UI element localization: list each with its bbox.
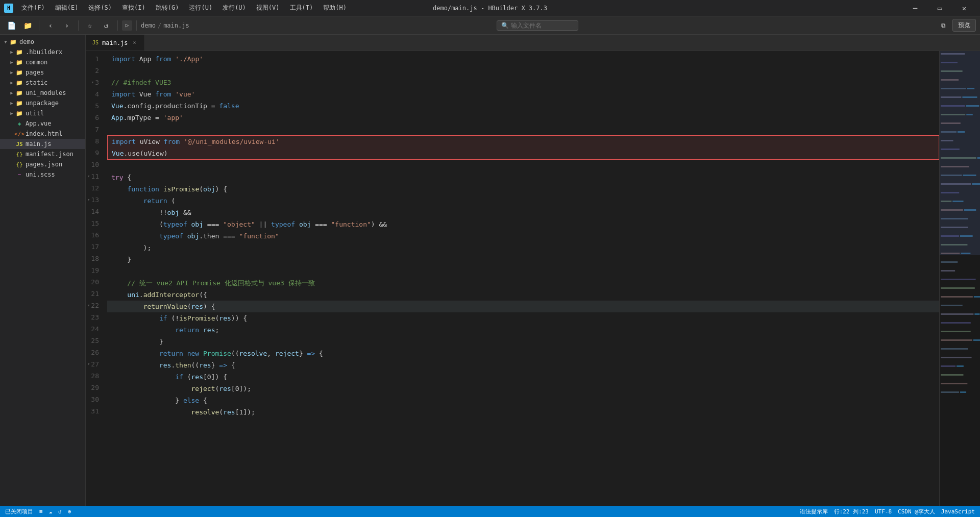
menu-item[interactable]: 编辑(E) (50, 2, 84, 14)
sidebar: ▼ 📁 demo ▶📁.hbuilderx▶📁common▶📁pages▶📁st… (0, 35, 86, 506)
line-number-16: 16 (86, 229, 103, 241)
statusbar-refresh-icon[interactable]: ↺ (58, 508, 62, 515)
line-number-24: 24 (86, 323, 103, 335)
minimap[interactable] (939, 51, 980, 506)
breadcrumb-mainjs[interactable]: main.js (163, 22, 189, 29)
file-icon: 📁 (15, 109, 23, 117)
forward-button[interactable]: › (60, 18, 74, 33)
sidebar-item-indexhtml[interactable]: </>index.html (0, 129, 85, 139)
code-line-6: App.mpType = 'app' (107, 112, 939, 124)
line-number-10: 10 (86, 159, 103, 170)
sidebar-item-label: static (26, 79, 47, 86)
sidebar-item-uni_modules[interactable]: ▶📁uni_modules (0, 88, 85, 98)
run-button[interactable]: ▷ (122, 20, 132, 31)
editor-content[interactable]: 12▾345678910▾1112▾131415161718192021▾222… (86, 51, 980, 506)
refresh-button[interactable]: ↺ (99, 18, 113, 33)
line-number-12: 12 (86, 182, 103, 194)
sidebar-item-label: uni.scss (26, 171, 55, 178)
statusbar-cloud-icon[interactable]: ☁ (49, 508, 53, 515)
statusbar-menu-icon[interactable]: ≡ (39, 508, 43, 515)
line-number-9: 9 (86, 147, 103, 159)
encoding-label: UTF-8 (875, 508, 892, 515)
sidebar-item-uniscss[interactable]: ~uni.scss (0, 169, 85, 180)
toolbar-separator-2 (78, 20, 79, 31)
sidebar-item-label: App.vue (26, 120, 52, 127)
file-search-box[interactable]: 🔍 (497, 20, 578, 31)
minimap-canvas (940, 51, 980, 506)
filter-button[interactable]: ⧉ (936, 18, 950, 33)
line-number-27: ▾27 (86, 358, 103, 370)
sidebar-item-unpackage[interactable]: ▶📁unpackage (0, 98, 85, 108)
line-number-18: 18 (86, 253, 103, 264)
line-number-19: 19 (86, 264, 103, 276)
code-line-29: reject(res[0]); (107, 383, 939, 395)
line-number-25: 25 (86, 335, 103, 347)
code-line-19 (107, 265, 939, 277)
sidebar-item-mainjs[interactable]: JSmain.js (0, 139, 85, 149)
menu-item[interactable]: 运行(U) (184, 2, 217, 14)
code-line-13: return ( (107, 195, 939, 207)
js-file-icon: JS (92, 39, 99, 46)
menu-item[interactable]: 跳转(G) (151, 2, 184, 14)
highlight-box: import uView from '@/uni_modules/uview-u… (107, 135, 939, 160)
menu-item[interactable]: 发行(U) (217, 2, 251, 14)
line-number-11: ▾11 (86, 170, 103, 182)
line-number-3: ▾3 (86, 77, 103, 88)
sidebar-item-manifestjson[interactable]: {}manifest.json (0, 149, 85, 159)
line-number-28: 28 (86, 370, 103, 382)
line-number-31: 31 (86, 405, 103, 417)
new-file-button[interactable]: 📄 (4, 18, 18, 33)
code-line-31: resolve(res[1]); (107, 406, 939, 418)
sidebar-item-common[interactable]: ▶📁common (0, 57, 85, 67)
project-status[interactable]: 已关闭项目 (5, 508, 33, 515)
close-button[interactable]: ✕ (952, 0, 976, 16)
menu-item[interactable]: 视图(V) (251, 2, 285, 14)
file-icon: {} (15, 160, 23, 168)
statusbar-syntax[interactable]: 语法提示库 (800, 508, 828, 515)
statusbar-blog[interactable]: CSDN @李大人 (898, 508, 935, 515)
sidebar-item-static[interactable]: ▶📁static (0, 78, 85, 88)
menu-item[interactable]: 帮助(H) (318, 2, 352, 14)
line-number-4: 4 (86, 88, 103, 100)
breadcrumb-demo[interactable]: demo (141, 22, 156, 29)
tab-mainjs[interactable]: JS main.js × (86, 35, 145, 51)
sidebar-item-pagesjson[interactable]: {}pages.json (0, 159, 85, 169)
sidebar-item-pages[interactable]: ▶📁pages (0, 67, 85, 78)
menu-item[interactable]: 选择(S) (83, 2, 117, 14)
statusbar-add-icon[interactable]: ⊕ (68, 508, 71, 515)
statusbar-position[interactable]: 行:22 列:23 (834, 508, 869, 515)
preview-button[interactable]: 预览 (952, 19, 976, 32)
maximize-button[interactable]: ▭ (928, 0, 951, 16)
sidebar-item-label: common (26, 59, 47, 66)
code-line-18: } (107, 254, 939, 265)
sidebar-item-hbuilderx[interactable]: ▶📁.hbuilderx (0, 47, 85, 57)
line-number-22: ▾22 (86, 300, 103, 311)
minimize-button[interactable]: ─ (903, 0, 927, 16)
statusbar-format[interactable]: JavaScript (941, 508, 975, 515)
sidebar-item-label: pages.json (26, 161, 62, 168)
sidebar-item-utitl[interactable]: ▶📁utitl (0, 108, 85, 118)
sidebar-item-demo-root[interactable]: ▼ 📁 demo (0, 37, 85, 47)
sidebar-item-Appvue[interactable]: ◈App.vue (0, 118, 85, 129)
code-line-15: (typeof obj === "object" || typeof obj =… (107, 218, 939, 230)
code-line-17: ); (107, 242, 939, 254)
search-input[interactable] (511, 22, 572, 29)
menu-item[interactable]: 工具(T) (285, 2, 318, 14)
toolbar-separator-4 (136, 20, 137, 31)
line-number-23: 23 (86, 311, 103, 323)
file-icon: 📁 (15, 89, 23, 97)
toolbar-separator (39, 20, 39, 31)
chevron-icon: ▶ (8, 110, 15, 117)
open-file-button[interactable]: 📁 (20, 18, 35, 33)
chevron-icon: ▶ (8, 59, 15, 66)
chevron-icon: ▶ (8, 100, 15, 107)
tab-close-button[interactable]: × (131, 39, 138, 46)
menu-item[interactable]: 文件(F) (16, 2, 50, 14)
code-body[interactable]: import App from './App' // #ifndef VUE3i… (107, 51, 939, 506)
statusbar-encoding[interactable]: UTF-8 (875, 508, 892, 515)
bookmark-button[interactable]: ☆ (83, 18, 97, 33)
menu-item[interactable]: 查找(I) (117, 2, 151, 14)
back-button[interactable]: ‹ (43, 18, 58, 33)
statusbar-left: 已关闭项目 ≡ ☁ ↺ ⊕ (5, 508, 71, 515)
tabbar: JS main.js × (86, 35, 980, 51)
